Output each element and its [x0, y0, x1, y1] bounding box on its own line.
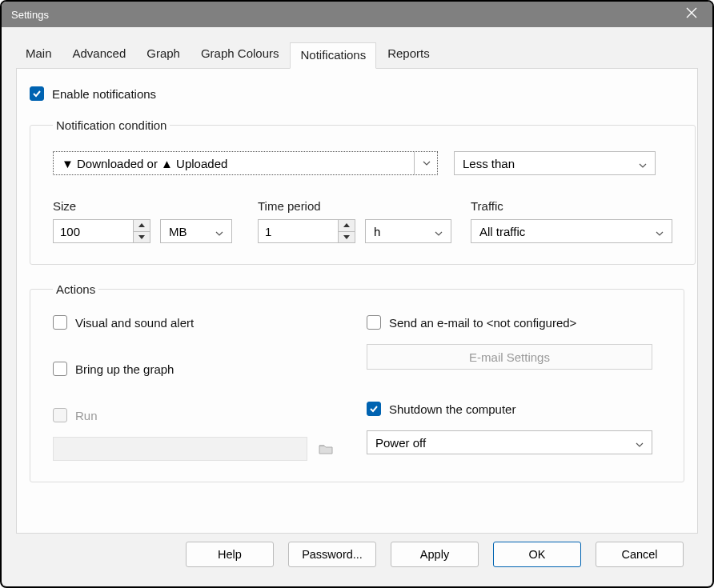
- shutdown-checkbox[interactable]: [367, 402, 381, 416]
- size-spin-down[interactable]: [134, 232, 150, 243]
- tab-bar: Main Advanced Graph Graph Colours Notifi…: [16, 42, 698, 68]
- tab-notifications[interactable]: Notifications: [290, 42, 376, 69]
- ok-button[interactable]: OK: [493, 542, 581, 567]
- folder-icon: [319, 443, 333, 454]
- bring-up-graph-checkbox[interactable]: [53, 362, 67, 376]
- size-unit-select[interactable]: MB: [160, 219, 232, 243]
- visual-alert-checkbox[interactable]: [53, 315, 67, 330]
- actions-group: Actions Visual and sound alert Bring up …: [30, 282, 684, 482]
- shutdown-label: Shutdown the computer: [389, 402, 515, 416]
- time-spin-down[interactable]: [339, 232, 355, 243]
- email-settings-button[interactable]: E-mail Settings: [367, 344, 652, 370]
- window-title: Settings: [11, 9, 680, 21]
- time-label: Time period: [258, 199, 451, 213]
- caret-down-icon: [138, 235, 145, 239]
- password-button[interactable]: Password...: [288, 542, 376, 567]
- notification-condition-group: Notification condition ▼ Downloaded or ▲…: [30, 118, 696, 265]
- tab-advanced[interactable]: Advanced: [63, 42, 136, 68]
- size-unit-value: MB: [169, 225, 187, 238]
- run-label: Run: [75, 409, 98, 422]
- send-email-label: Send an e-mail to <not configured>: [389, 316, 576, 330]
- traffic-value: All traffic: [479, 225, 525, 238]
- tab-graph-colours[interactable]: Graph Colours: [191, 42, 289, 68]
- time-input[interactable]: [258, 219, 338, 243]
- caret-up-icon: [343, 223, 350, 227]
- tab-graph[interactable]: Graph: [137, 42, 190, 68]
- run-checkbox: [53, 408, 67, 422]
- enable-notifications-label: Enable notifications: [52, 87, 156, 101]
- chevron-down-icon: [639, 157, 647, 170]
- tab-main[interactable]: Main: [16, 42, 62, 68]
- run-path-input: [53, 437, 307, 461]
- tab-reports[interactable]: Reports: [378, 42, 439, 68]
- tab-panel: Enable notifications Notification condit…: [16, 68, 698, 534]
- notification-condition-legend: Notification condition: [53, 118, 170, 132]
- traffic-label: Traffic: [471, 199, 672, 213]
- bring-up-graph-label: Bring up the graph: [75, 362, 174, 376]
- check-icon: [369, 404, 379, 414]
- actions-legend: Actions: [53, 282, 98, 296]
- close-button[interactable]: [680, 7, 703, 22]
- send-email-checkbox[interactable]: [367, 315, 381, 330]
- traffic-select[interactable]: All traffic: [471, 219, 672, 243]
- titlebar: Settings: [2, 2, 712, 27]
- time-spinner[interactable]: [258, 219, 355, 243]
- chevron-down-icon: [414, 152, 431, 174]
- size-input[interactable]: [53, 219, 133, 243]
- help-button[interactable]: Help: [186, 542, 274, 567]
- visual-alert-label: Visual and sound alert: [75, 316, 194, 330]
- time-unit-select[interactable]: h: [365, 219, 451, 243]
- caret-up-icon: [138, 223, 145, 227]
- chevron-down-icon: [435, 225, 443, 238]
- size-spin-up[interactable]: [134, 220, 150, 232]
- shutdown-mode-value: Power off: [375, 436, 426, 450]
- chevron-down-icon: [656, 225, 664, 238]
- enable-notifications-checkbox[interactable]: [30, 86, 44, 101]
- chevron-down-icon: [636, 436, 644, 450]
- comparison-value: Less than: [463, 157, 515, 170]
- time-unit-value: h: [374, 225, 380, 238]
- caret-down-icon: [343, 235, 350, 239]
- size-label: Size: [53, 199, 232, 213]
- dialog-buttons: Help Password... Apply OK Cancel: [16, 534, 698, 574]
- size-spinner[interactable]: [53, 219, 150, 243]
- comparison-select[interactable]: Less than: [454, 151, 656, 175]
- direction-value: ▼ Downloaded or ▲ Uploaded: [62, 157, 227, 170]
- direction-select[interactable]: ▼ Downloaded or ▲ Uploaded: [53, 151, 438, 175]
- cancel-button[interactable]: Cancel: [596, 542, 684, 567]
- shutdown-mode-select[interactable]: Power off: [367, 430, 652, 454]
- chevron-down-icon: [215, 225, 223, 238]
- apply-button[interactable]: Apply: [391, 542, 479, 567]
- browse-button: [317, 440, 335, 458]
- time-spin-up[interactable]: [339, 220, 355, 232]
- close-icon: [686, 7, 697, 18]
- check-icon: [32, 89, 42, 98]
